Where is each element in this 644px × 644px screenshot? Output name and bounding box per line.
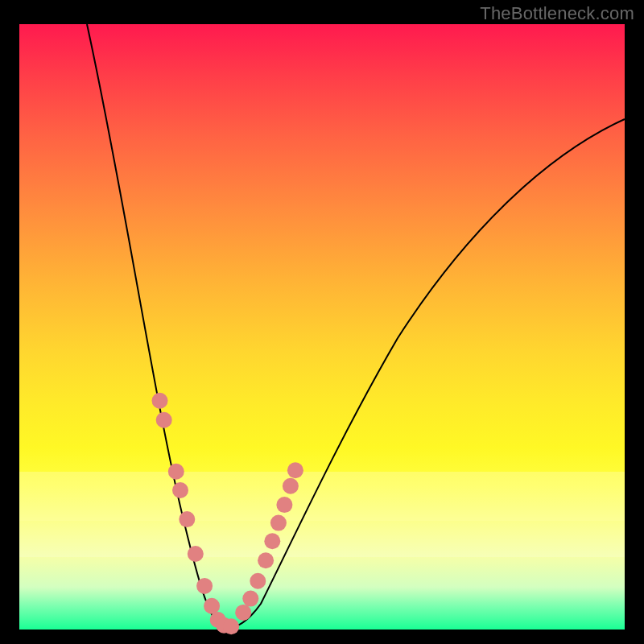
curve-dot bbox=[287, 462, 303, 478]
chart-frame: TheBottleneck.com bbox=[0, 0, 644, 644]
curve-dots-group bbox=[152, 393, 303, 635]
curve-dot bbox=[270, 515, 287, 531]
curve-dot bbox=[235, 605, 251, 621]
curve-svg bbox=[19, 24, 625, 630]
curve-dot bbox=[250, 573, 266, 589]
curve-dot bbox=[196, 578, 213, 594]
curve-dot bbox=[223, 618, 239, 634]
curve-dot bbox=[152, 393, 168, 409]
curve-dot bbox=[188, 546, 204, 562]
curve-dot bbox=[283, 478, 299, 494]
curve-dot bbox=[242, 591, 258, 607]
curve-dot bbox=[156, 412, 172, 428]
curve-dot bbox=[276, 497, 292, 513]
curve-dot bbox=[179, 511, 195, 527]
curve-dot bbox=[172, 482, 188, 498]
curve-dot bbox=[204, 598, 220, 614]
curve-dot bbox=[168, 464, 184, 480]
curve-dot bbox=[264, 533, 280, 549]
bottleneck-curve bbox=[87, 24, 625, 628]
curve-dot bbox=[258, 552, 274, 568]
plot-area bbox=[19, 24, 625, 630]
watermark-text: TheBottleneck.com bbox=[480, 3, 634, 24]
